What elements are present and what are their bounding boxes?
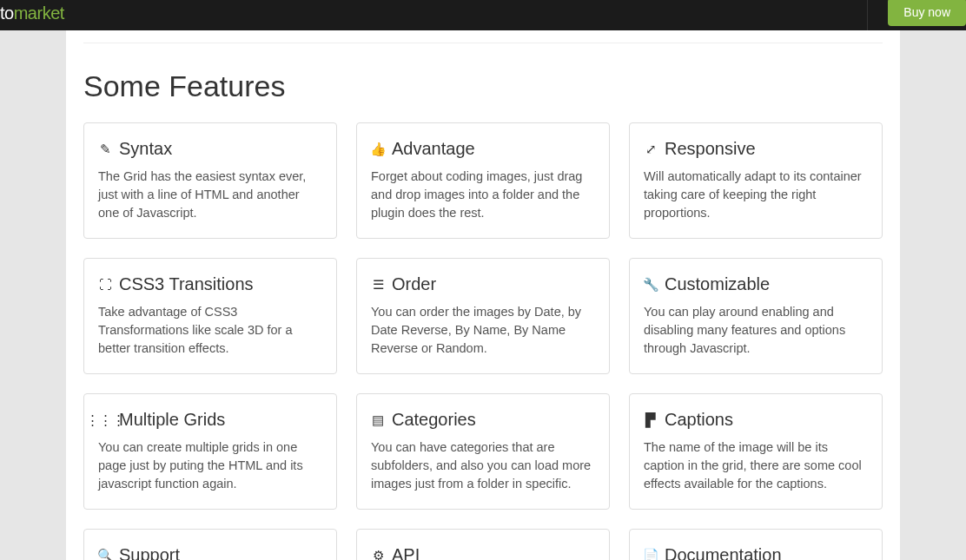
feature-title-text: API <box>392 545 420 560</box>
feature-title-text: Responsive <box>665 139 756 159</box>
top-bar: tomarket Buy now <box>0 0 966 30</box>
feature-description: You can play around enabling and disabli… <box>644 303 868 358</box>
feature-card: 🔧CustomizableYou can play around enablin… <box>629 258 883 374</box>
fullscreen-icon: ⛶ <box>98 277 112 292</box>
feature-title: ⚙API <box>371 545 595 560</box>
feature-description: You can create multiple grids in one pag… <box>98 438 322 493</box>
feature-description: You can have categories that are subfold… <box>371 438 595 493</box>
feature-title-text: Documentation <box>665 545 782 560</box>
categories-icon: ▤ <box>371 412 385 428</box>
feature-card: ✎SyntaxThe Grid has the easiest syntax e… <box>83 122 337 239</box>
feature-title-text: Categories <box>392 410 476 430</box>
divider <box>83 43 883 43</box>
brand-prefix: to <box>0 3 14 23</box>
feature-title: ✎Syntax <box>98 139 322 159</box>
file-icon: 📄 <box>644 548 658 560</box>
section-title: Some Features <box>83 69 883 103</box>
feature-title-text: Customizable <box>665 274 770 294</box>
buy-wrap: Buy now <box>867 0 966 30</box>
wrench-icon: 🔧 <box>644 277 658 293</box>
feature-card: ▛CaptionsThe name of the image will be i… <box>629 393 883 510</box>
feature-description: Forget about coding images, just drag an… <box>371 168 595 222</box>
feature-title: ▤Categories <box>371 410 595 430</box>
feature-card: 📄Documentation <box>629 529 883 560</box>
gear-icon: ⚙ <box>371 548 385 560</box>
feature-title: 🔧Customizable <box>644 274 868 294</box>
list-icon: ☰ <box>371 277 385 293</box>
feature-card: ▤CategoriesYou can have categories that … <box>356 393 610 510</box>
brand-suffix: market <box>14 3 64 23</box>
feature-title: ⋮⋮⋮Multiple Grids <box>98 410 322 430</box>
feature-title: 🔍Support <box>98 545 322 560</box>
feature-title: 📄Documentation <box>644 545 868 560</box>
feature-title-text: CSS3 Transitions <box>119 274 254 294</box>
feature-title: ▛Captions <box>644 410 868 430</box>
feature-title-text: Captions <box>665 410 733 430</box>
brand-logo: tomarket <box>0 3 64 23</box>
feature-description: Will automatically adapt to its containe… <box>644 168 868 222</box>
expand-icon: ⤢ <box>644 142 658 157</box>
pencil-icon: ✎ <box>98 142 112 157</box>
feature-title-text: Support <box>119 545 180 560</box>
grid-icon: ⋮⋮⋮ <box>98 412 112 428</box>
feature-description: The Grid has the easiest syntax ever, ju… <box>98 168 322 222</box>
feature-title: ☰Order <box>371 274 595 294</box>
feature-title-text: Multiple Grids <box>119 410 225 430</box>
search-icon: 🔍 <box>98 548 112 560</box>
feature-card: ⤢ResponsiveWill automatically adapt to i… <box>629 122 883 239</box>
feature-title-text: Advantage <box>392 139 475 159</box>
feature-description: Take advantage of CSS3 Transformations l… <box>98 303 322 358</box>
feature-title-text: Syntax <box>119 139 172 159</box>
feature-description: You can order the images by Date, by Dat… <box>371 303 595 358</box>
feature-title-text: Order <box>392 274 436 294</box>
feature-card: ⛶CSS3 TransitionsTake advantage of CSS3 … <box>83 258 337 374</box>
caption-icon: ▛ <box>644 412 658 428</box>
feature-card: ⋮⋮⋮Multiple GridsYou can create multiple… <box>83 393 337 510</box>
page-container: Some Features ✎SyntaxThe Grid has the ea… <box>66 30 900 560</box>
feature-title: 👍Advantage <box>371 139 595 159</box>
feature-title: ⛶CSS3 Transitions <box>98 274 322 294</box>
feature-card: ⚙API <box>356 529 610 560</box>
thumbs-up-icon: 👍 <box>371 142 385 157</box>
feature-card: 🔍Support <box>83 529 337 560</box>
feature-card: ☰OrderYou can order the images by Date, … <box>356 258 610 374</box>
feature-card: 👍AdvantageForget about coding images, ju… <box>356 122 610 239</box>
feature-title: ⤢Responsive <box>644 139 868 159</box>
feature-description: The name of the image will be its captio… <box>644 438 868 493</box>
buy-now-button[interactable]: Buy now <box>888 0 966 26</box>
features-grid: ✎SyntaxThe Grid has the easiest syntax e… <box>83 122 883 560</box>
